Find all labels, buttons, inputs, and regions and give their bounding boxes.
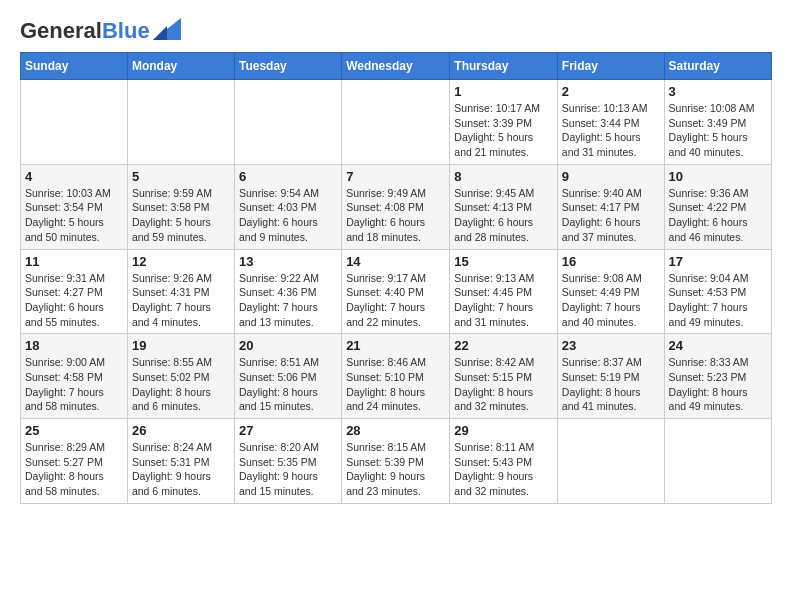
day-number: 21 — [346, 338, 445, 353]
calendar-cell: 22Sunrise: 8:42 AM Sunset: 5:15 PM Dayli… — [450, 334, 558, 419]
day-number: 27 — [239, 423, 337, 438]
calendar-cell: 29Sunrise: 8:11 AM Sunset: 5:43 PM Dayli… — [450, 419, 558, 504]
calendar-cell: 2Sunrise: 10:13 AM Sunset: 3:44 PM Dayli… — [557, 80, 664, 165]
day-number: 28 — [346, 423, 445, 438]
day-info: Sunrise: 9:40 AM Sunset: 4:17 PM Dayligh… — [562, 186, 660, 245]
day-info: Sunrise: 8:24 AM Sunset: 5:31 PM Dayligh… — [132, 440, 230, 499]
day-number: 8 — [454, 169, 553, 184]
day-number: 9 — [562, 169, 660, 184]
day-info: Sunrise: 9:13 AM Sunset: 4:45 PM Dayligh… — [454, 271, 553, 330]
calendar-cell: 19Sunrise: 8:55 AM Sunset: 5:02 PM Dayli… — [127, 334, 234, 419]
calendar-cell: 20Sunrise: 8:51 AM Sunset: 5:06 PM Dayli… — [234, 334, 341, 419]
calendar-cell: 5Sunrise: 9:59 AM Sunset: 3:58 PM Daylig… — [127, 164, 234, 249]
day-number: 7 — [346, 169, 445, 184]
day-info: Sunrise: 9:17 AM Sunset: 4:40 PM Dayligh… — [346, 271, 445, 330]
calendar-table: SundayMondayTuesdayWednesdayThursdayFrid… — [20, 52, 772, 504]
day-number: 4 — [25, 169, 123, 184]
day-number: 16 — [562, 254, 660, 269]
calendar-cell: 8Sunrise: 9:45 AM Sunset: 4:13 PM Daylig… — [450, 164, 558, 249]
logo-general: General — [20, 18, 102, 43]
day-number: 23 — [562, 338, 660, 353]
day-number: 26 — [132, 423, 230, 438]
day-info: Sunrise: 8:11 AM Sunset: 5:43 PM Dayligh… — [454, 440, 553, 499]
calendar-cell: 27Sunrise: 8:20 AM Sunset: 5:35 PM Dayli… — [234, 419, 341, 504]
day-number: 20 — [239, 338, 337, 353]
calendar-cell: 28Sunrise: 8:15 AM Sunset: 5:39 PM Dayli… — [342, 419, 450, 504]
day-number: 5 — [132, 169, 230, 184]
day-number: 6 — [239, 169, 337, 184]
day-info: Sunrise: 8:46 AM Sunset: 5:10 PM Dayligh… — [346, 355, 445, 414]
weekday-wednesday: Wednesday — [342, 53, 450, 80]
calendar-cell: 4Sunrise: 10:03 AM Sunset: 3:54 PM Dayli… — [21, 164, 128, 249]
svg-marker-1 — [153, 26, 167, 40]
day-info: Sunrise: 10:13 AM Sunset: 3:44 PM Daylig… — [562, 101, 660, 160]
day-info: Sunrise: 9:04 AM Sunset: 4:53 PM Dayligh… — [669, 271, 767, 330]
day-info: Sunrise: 9:36 AM Sunset: 4:22 PM Dayligh… — [669, 186, 767, 245]
calendar-cell: 12Sunrise: 9:26 AM Sunset: 4:31 PM Dayli… — [127, 249, 234, 334]
logo-blue: Blue — [102, 18, 150, 43]
weekday-header-row: SundayMondayTuesdayWednesdayThursdayFrid… — [21, 53, 772, 80]
day-number: 24 — [669, 338, 767, 353]
day-info: Sunrise: 10:03 AM Sunset: 3:54 PM Daylig… — [25, 186, 123, 245]
day-number: 1 — [454, 84, 553, 99]
calendar-cell: 6Sunrise: 9:54 AM Sunset: 4:03 PM Daylig… — [234, 164, 341, 249]
day-info: Sunrise: 9:49 AM Sunset: 4:08 PM Dayligh… — [346, 186, 445, 245]
calendar-cell: 17Sunrise: 9:04 AM Sunset: 4:53 PM Dayli… — [664, 249, 771, 334]
calendar-cell: 23Sunrise: 8:37 AM Sunset: 5:19 PM Dayli… — [557, 334, 664, 419]
day-info: Sunrise: 8:51 AM Sunset: 5:06 PM Dayligh… — [239, 355, 337, 414]
calendar-week-4: 18Sunrise: 9:00 AM Sunset: 4:58 PM Dayli… — [21, 334, 772, 419]
calendar-week-3: 11Sunrise: 9:31 AM Sunset: 4:27 PM Dayli… — [21, 249, 772, 334]
day-info: Sunrise: 9:54 AM Sunset: 4:03 PM Dayligh… — [239, 186, 337, 245]
day-info: Sunrise: 8:33 AM Sunset: 5:23 PM Dayligh… — [669, 355, 767, 414]
calendar-cell: 24Sunrise: 8:33 AM Sunset: 5:23 PM Dayli… — [664, 334, 771, 419]
weekday-thursday: Thursday — [450, 53, 558, 80]
weekday-saturday: Saturday — [664, 53, 771, 80]
day-info: Sunrise: 10:17 AM Sunset: 3:39 PM Daylig… — [454, 101, 553, 160]
day-info: Sunrise: 9:00 AM Sunset: 4:58 PM Dayligh… — [25, 355, 123, 414]
day-number: 11 — [25, 254, 123, 269]
day-number: 3 — [669, 84, 767, 99]
calendar-cell — [21, 80, 128, 165]
day-info: Sunrise: 8:42 AM Sunset: 5:15 PM Dayligh… — [454, 355, 553, 414]
calendar-cell: 13Sunrise: 9:22 AM Sunset: 4:36 PM Dayli… — [234, 249, 341, 334]
day-number: 18 — [25, 338, 123, 353]
day-number: 17 — [669, 254, 767, 269]
calendar-cell: 21Sunrise: 8:46 AM Sunset: 5:10 PM Dayli… — [342, 334, 450, 419]
day-info: Sunrise: 8:15 AM Sunset: 5:39 PM Dayligh… — [346, 440, 445, 499]
calendar-cell: 15Sunrise: 9:13 AM Sunset: 4:45 PM Dayli… — [450, 249, 558, 334]
calendar-cell — [234, 80, 341, 165]
day-info: Sunrise: 8:29 AM Sunset: 5:27 PM Dayligh… — [25, 440, 123, 499]
calendar-cell: 14Sunrise: 9:17 AM Sunset: 4:40 PM Dayli… — [342, 249, 450, 334]
logo-text: GeneralBlue — [20, 20, 150, 42]
calendar-cell: 3Sunrise: 10:08 AM Sunset: 3:49 PM Dayli… — [664, 80, 771, 165]
calendar-cell: 16Sunrise: 9:08 AM Sunset: 4:49 PM Dayli… — [557, 249, 664, 334]
day-number: 12 — [132, 254, 230, 269]
weekday-friday: Friday — [557, 53, 664, 80]
weekday-tuesday: Tuesday — [234, 53, 341, 80]
calendar-body: 1Sunrise: 10:17 AM Sunset: 3:39 PM Dayli… — [21, 80, 772, 504]
calendar-cell: 1Sunrise: 10:17 AM Sunset: 3:39 PM Dayli… — [450, 80, 558, 165]
day-info: Sunrise: 9:22 AM Sunset: 4:36 PM Dayligh… — [239, 271, 337, 330]
calendar-week-5: 25Sunrise: 8:29 AM Sunset: 5:27 PM Dayli… — [21, 419, 772, 504]
day-info: Sunrise: 8:20 AM Sunset: 5:35 PM Dayligh… — [239, 440, 337, 499]
day-info: Sunrise: 10:08 AM Sunset: 3:49 PM Daylig… — [669, 101, 767, 160]
calendar-cell: 18Sunrise: 9:00 AM Sunset: 4:58 PM Dayli… — [21, 334, 128, 419]
calendar-cell: 11Sunrise: 9:31 AM Sunset: 4:27 PM Dayli… — [21, 249, 128, 334]
day-info: Sunrise: 9:59 AM Sunset: 3:58 PM Dayligh… — [132, 186, 230, 245]
day-number: 19 — [132, 338, 230, 353]
calendar-cell: 7Sunrise: 9:49 AM Sunset: 4:08 PM Daylig… — [342, 164, 450, 249]
calendar-cell — [557, 419, 664, 504]
day-number: 29 — [454, 423, 553, 438]
logo-icon — [153, 18, 181, 40]
day-info: Sunrise: 9:08 AM Sunset: 4:49 PM Dayligh… — [562, 271, 660, 330]
day-info: Sunrise: 9:26 AM Sunset: 4:31 PM Dayligh… — [132, 271, 230, 330]
day-info: Sunrise: 9:31 AM Sunset: 4:27 PM Dayligh… — [25, 271, 123, 330]
day-info: Sunrise: 9:45 AM Sunset: 4:13 PM Dayligh… — [454, 186, 553, 245]
calendar-cell — [342, 80, 450, 165]
calendar-cell: 25Sunrise: 8:29 AM Sunset: 5:27 PM Dayli… — [21, 419, 128, 504]
logo: GeneralBlue — [20, 20, 181, 42]
day-number: 13 — [239, 254, 337, 269]
day-number: 15 — [454, 254, 553, 269]
day-number: 2 — [562, 84, 660, 99]
calendar-cell — [664, 419, 771, 504]
